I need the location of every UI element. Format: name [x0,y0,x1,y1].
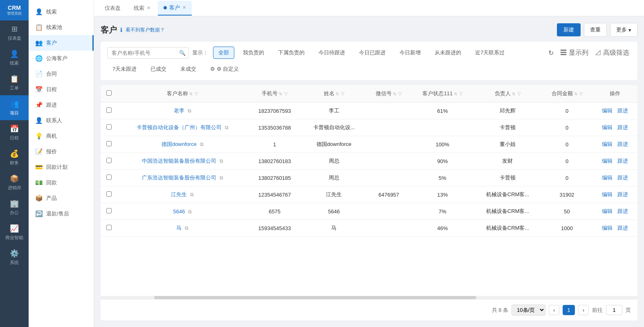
sidebar-item-contacts[interactable]: 👤 联系人 [29,113,94,128]
copy-icon[interactable]: ⧉ [200,141,204,147]
edit-link[interactable]: 编辑 [602,225,613,231]
edit-link[interactable]: 编辑 [602,158,613,164]
row-select-checkbox[interactable] [106,191,112,197]
new-button[interactable]: 新建 [557,23,581,36]
horizontal-scrollbar[interactable] [101,296,637,299]
customer-name-link[interactable]: 马 [176,225,182,231]
filter-phone-icon[interactable]: ▽ [284,91,287,96]
goto-page-input[interactable] [606,305,622,315]
row-select-checkbox[interactable] [106,124,112,130]
follow-link[interactable]: 跟进 [617,158,628,164]
scroll-thumb[interactable] [154,296,476,299]
filter-tag-7days-no[interactable]: 7天未跟进 [107,63,142,75]
edit-link[interactable]: 编辑 [602,108,613,114]
sort-status-icon[interactable]: ⇅ [454,92,457,96]
tab-leads[interactable]: 线索 ✕ [128,1,156,15]
sort-amount-icon[interactable]: ⇅ [574,92,577,96]
select-all-checkbox[interactable] [106,90,112,96]
follow-link[interactable]: 跟进 [617,124,628,130]
customer-name-link[interactable]: 老李 [174,108,184,114]
reset-button[interactable]: 查重 [584,23,607,37]
more-button[interactable]: 更多 ▾ [610,23,637,37]
filter-tag-all[interactable]: 全部 [213,47,234,59]
filter-tag-done-deal[interactable]: 已成交 [145,63,172,75]
sidebar-item-finance[interactable]: 💰 财务 [0,145,29,170]
filter-tag-today-done[interactable]: 今日已跟进 [354,47,391,59]
sidebar-item-inventory[interactable]: 📦 进销存 [0,170,29,195]
filter-tag-subordinate[interactable]: 下属负责的 [273,47,310,59]
follow-link[interactable]: 跟进 [617,191,628,197]
sidebar-item-dashboard[interactable]: ⊞ 仪表盘 [0,20,29,45]
tab-leads-close[interactable]: ✕ [147,5,150,11]
filter-name-icon[interactable]: ▽ [195,91,198,96]
help-link[interactable]: 看不到客户数据？ [126,27,165,34]
follow-link[interactable]: 跟进 [617,225,628,231]
filter-contact-icon[interactable]: ▽ [341,91,344,96]
sidebar-item-opportunities[interactable]: 💡 商机 [29,128,94,144]
edit-link[interactable]: 编辑 [602,208,613,214]
sidebar-item-office[interactable]: 🏢 办公 [0,195,29,220]
customer-name-link[interactable]: 德国downforce [162,141,197,147]
sort-phone-icon[interactable]: ⇅ [279,92,282,96]
columns-button[interactable]: ☰ 显示列 [559,47,590,59]
sidebar-item-contracts[interactable]: 📄 合同 [29,66,94,82]
copy-icon[interactable]: ⧉ [188,108,191,114]
sort-owner-icon[interactable]: ⇅ [512,92,515,96]
sidebar-item-payment[interactable]: 💵 回款 [29,175,94,190]
row-select-checkbox[interactable] [106,175,112,180]
sidebar-item-payment-plan[interactable]: 💳 回款计划 [29,159,94,175]
filter-tag-today-new[interactable]: 今日新增 [394,47,426,59]
sidebar-item-system[interactable]: ⚙️ 系统 [0,245,29,270]
edit-link[interactable]: 编辑 [602,124,613,130]
sidebar-item-customers-active[interactable]: 👥 客户 [29,35,94,51]
edit-link[interactable]: 编辑 [602,141,613,147]
customer-name-link[interactable]: 广东浩达智能装备股份有限公司 [142,175,216,181]
filter-amount-icon[interactable]: ▽ [579,91,583,96]
filter-owner-icon[interactable]: ▽ [517,91,521,96]
sidebar-item-quotes[interactable]: 📝 报价 [29,144,94,159]
follow-link[interactable]: 跟进 [617,208,628,214]
row-select-checkbox[interactable] [106,108,112,113]
sidebar-item-leads-pool[interactable]: 📋 线索池 [29,20,94,35]
row-select-checkbox[interactable] [106,158,112,163]
advanced-filter-button[interactable]: ⊿ 高级筛选 [593,47,631,59]
filter-tag-custom[interactable]: ⚙ ⚙ 自定义 [205,63,244,75]
sidebar-item-schedule-s[interactable]: 📅 日程 [29,82,94,97]
sidebar-item-followup[interactable]: 📌 跟进 [29,97,94,113]
copy-icon[interactable]: ⧉ [220,158,223,164]
sort-wechat-icon[interactable]: ⇅ [393,92,396,96]
table-scroll-area[interactable]: 客户名称 ⇅ ▽ 手机号 ⇅ ▽ [101,85,637,296]
sort-name-icon[interactable]: ⇅ [189,92,193,96]
page-size-select[interactable]: 10条/页 20条/页 50条/页 [512,305,545,316]
sidebar-item-schedule[interactable]: 📅 日程 [0,120,29,145]
sidebar-item-bi[interactable]: 📈 商业智能 [0,220,29,245]
page-1-button[interactable]: 1 [563,305,574,315]
row-select-checkbox[interactable] [106,225,112,230]
search-input[interactable] [107,47,189,59]
prev-page-button[interactable]: ‹ [549,305,559,315]
follow-link[interactable]: 跟进 [617,175,628,181]
tab-customers[interactable]: 客户 ✕ [158,1,192,16]
copy-icon[interactable]: ⧉ [190,192,194,197]
refresh-button[interactable]: ↻ [547,47,555,58]
filter-status-icon[interactable]: ▽ [459,91,462,96]
copy-icon[interactable]: ⧉ [225,125,229,130]
sidebar-item-returns[interactable]: ↩️ 退款/售后 [29,206,94,222]
sidebar-item-leads[interactable]: 👤 线索 [0,45,29,70]
customer-name-link[interactable]: 5646 [173,208,185,215]
filter-wechat-icon[interactable]: ▽ [398,91,402,96]
filter-tag-recent7[interactable]: 近7天联系过 [470,47,510,59]
sort-contact-icon[interactable]: ⇅ [336,92,339,96]
customer-name-link[interactable]: 卡普顿自动化设备（广州）有限公司 [137,124,222,130]
filter-tag-no-deal[interactable]: 未成交 [175,63,202,75]
tab-dashboard[interactable]: 仪表盘 [99,1,126,15]
help-info-icon[interactable]: ℹ [120,27,122,33]
edit-link[interactable]: 编辑 [602,175,613,181]
next-page-button[interactable]: › [578,305,589,315]
filter-tag-today-followup[interactable]: 今日待跟进 [313,47,350,59]
sidebar-item-sea-customers[interactable]: 🌐 公海客户 [29,51,94,66]
sidebar-item-products[interactable]: 📦 产品 [29,190,94,206]
sidebar-item-orders[interactable]: 📋 工单 [0,70,29,95]
copy-icon[interactable]: ⧉ [188,209,192,215]
filter-tag-never[interactable]: 从未跟进的 [429,47,467,59]
